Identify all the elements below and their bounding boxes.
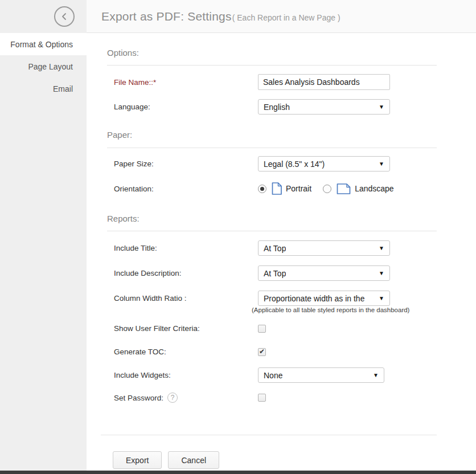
- portrait-radio[interactable]: [258, 185, 266, 193]
- column-width-ratio-row: Column Width Ratio : Proportionate width…: [114, 291, 437, 306]
- paper-size-row: Paper Size: Legal (8.5" x 14") ▼: [114, 156, 437, 171]
- portrait-label[interactable]: Portrait: [286, 184, 311, 193]
- dialog-title: Export as PDF: Settings: [101, 10, 232, 23]
- landscape-page-icon: [337, 183, 351, 194]
- dialog-header: Export as PDF: Settings ( Each Report in…: [87, 0, 476, 33]
- sidebar-item-format-options[interactable]: Format & Options: [0, 33, 87, 55]
- column-width-ratio-selected-value: Proportionate width as in the: [264, 294, 364, 303]
- footer-divider: [101, 435, 437, 435]
- language-selected-value: English: [264, 103, 290, 112]
- column-width-ratio-select[interactable]: Proportionate width as in the ▼: [258, 291, 390, 306]
- settings-form: Options: File Name::* Language: English …: [87, 33, 476, 471]
- include-description-row: Include Description: At Top ▼: [114, 265, 437, 281]
- dropdown-arrow-icon: ▼: [373, 372, 379, 378]
- include-description-label: Include Description:: [114, 269, 258, 277]
- language-label: Language:: [114, 103, 258, 111]
- include-widgets-selected-value: None: [264, 371, 282, 380]
- dialog-title-note: ( Each Report in a New Page ): [232, 13, 340, 22]
- include-title-label: Include Title:: [114, 244, 258, 252]
- section-divider: [107, 65, 437, 66]
- orientation-option-landscape: Landscape: [323, 183, 394, 194]
- language-select[interactable]: English ▼: [258, 99, 390, 115]
- show-user-filter-criteria-row: Show User Filter Criteria:: [114, 324, 437, 333]
- sidebar-item-label: Email: [53, 84, 73, 93]
- set-password-checkbox[interactable]: [258, 394, 266, 402]
- chevron-left-icon: [60, 12, 69, 21]
- export-pdf-dialog: Format & Options Page Layout Email Expor…: [0, 0, 476, 471]
- include-title-select[interactable]: At Top ▼: [258, 240, 390, 256]
- paper-size-selected-value: Legal (8.5" x 14"): [264, 160, 325, 169]
- sidebar-item-label: Format & Options: [10, 40, 73, 49]
- sidebar-item-label: Page Layout: [28, 62, 73, 71]
- back-button[interactable]: [54, 6, 75, 27]
- orientation-row: Orientation: Portrait: [114, 182, 437, 195]
- set-password-label: Set Password: ?: [114, 393, 258, 403]
- column-width-ratio-note: (Applicable to all table styled reports …: [252, 307, 409, 313]
- landscape-radio[interactable]: [323, 185, 331, 193]
- section-heading-reports: Reports:: [107, 214, 437, 223]
- section-divider: [107, 231, 437, 231]
- section-heading-paper: Paper:: [107, 130, 437, 140]
- portrait-page-icon: [272, 182, 282, 195]
- include-widgets-select[interactable]: None ▼: [258, 367, 384, 383]
- section-heading-options: Options:: [107, 48, 437, 58]
- help-icon[interactable]: ?: [167, 393, 178, 403]
- file-name-label: File Name::*: [114, 78, 258, 87]
- set-password-row: Set Password: ?: [114, 393, 437, 403]
- language-row: Language: English ▼: [114, 99, 437, 115]
- include-description-selected-value: At Top: [264, 269, 286, 278]
- generate-toc-checkbox[interactable]: [258, 348, 266, 356]
- dropdown-arrow-icon: ▼: [379, 270, 384, 276]
- export-button[interactable]: Export: [113, 451, 162, 469]
- show-user-filter-criteria-label: Show User Filter Criteria:: [114, 324, 258, 333]
- section-divider: [107, 148, 437, 148]
- include-widgets-row: Include Widgets: None ▼: [114, 367, 437, 383]
- file-name-row: File Name::*: [114, 74, 437, 90]
- sidebar-item-page-layout[interactable]: Page Layout: [0, 55, 87, 77]
- orientation-option-portrait: Portrait: [258, 182, 311, 195]
- sidebar-header: [0, 0, 87, 33]
- dropdown-arrow-icon: ▼: [379, 161, 384, 167]
- generate-toc-row: Generate TOC:: [114, 348, 437, 356]
- include-title-row: Include Title: At Top ▼: [114, 240, 437, 256]
- footer-actions: Export Cancel: [113, 451, 219, 469]
- cancel-button[interactable]: Cancel: [168, 451, 219, 469]
- dropdown-arrow-icon: ▼: [379, 295, 384, 301]
- column-width-ratio-label: Column Width Ratio :: [114, 294, 258, 303]
- landscape-label[interactable]: Landscape: [355, 184, 394, 193]
- include-widgets-label: Include Widgets:: [114, 371, 258, 379]
- show-user-filter-criteria-checkbox[interactable]: [258, 325, 266, 333]
- dropdown-arrow-icon: ▼: [379, 104, 384, 110]
- main-panel: Export as PDF: Settings ( Each Report in…: [87, 0, 476, 471]
- dropdown-arrow-icon: ▼: [379, 245, 384, 251]
- set-password-label-text: Set Password:: [114, 394, 163, 402]
- sidebar-item-email[interactable]: Email: [0, 77, 87, 100]
- paper-size-label: Paper Size:: [114, 160, 258, 168]
- sidebar: Format & Options Page Layout Email: [0, 0, 87, 471]
- paper-size-select[interactable]: Legal (8.5" x 14") ▼: [258, 156, 390, 171]
- include-title-selected-value: At Top: [264, 244, 286, 253]
- orientation-label: Orientation:: [114, 185, 258, 193]
- include-description-select[interactable]: At Top ▼: [258, 265, 390, 281]
- file-name-input[interactable]: [258, 74, 390, 90]
- generate-toc-label: Generate TOC:: [114, 348, 258, 356]
